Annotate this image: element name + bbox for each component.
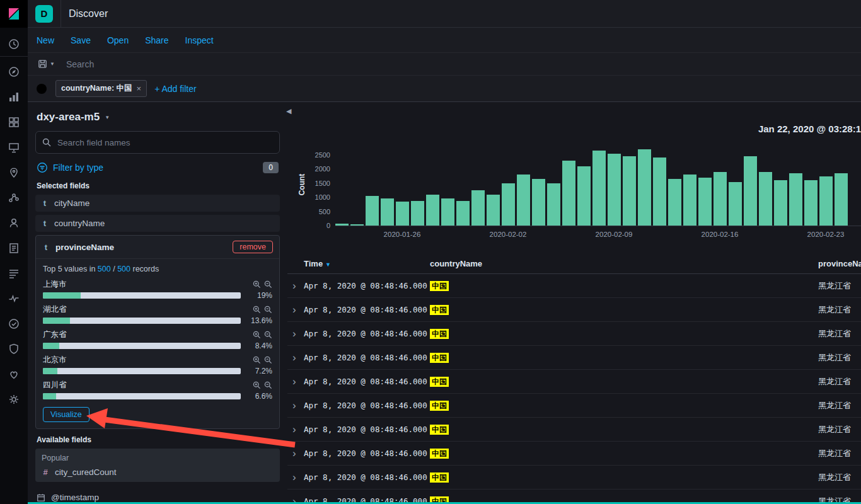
maps-icon[interactable] (0, 160, 28, 185)
histogram-bar[interactable] (819, 176, 833, 226)
histogram-bar[interactable] (835, 173, 848, 226)
histogram-bar[interactable] (668, 179, 681, 226)
logs-icon[interactable] (0, 261, 28, 286)
table-row[interactable]: › Apr 8, 2020 @ 08:48:46.000 中国 黑龙江省 (287, 346, 861, 370)
histogram-bar[interactable] (759, 172, 772, 226)
histogram-bar[interactable] (608, 154, 621, 226)
open-button[interactable]: Open (107, 35, 129, 45)
histogram-bar[interactable] (441, 198, 454, 226)
table-row[interactable]: › Apr 8, 2020 @ 08:48:46.000 中国 黑龙江省 (287, 274, 861, 298)
histogram-bar[interactable] (638, 149, 651, 226)
filter-options-icon[interactable] (35, 83, 48, 95)
histogram-bar[interactable] (804, 180, 818, 226)
observability-icon[interactable] (0, 236, 28, 261)
histogram-bar[interactable] (426, 195, 439, 226)
histogram-bar[interactable] (411, 201, 424, 226)
expand-row-icon[interactable]: › (287, 376, 304, 387)
table-row[interactable]: › Apr 8, 2020 @ 08:48:46.000 中国 黑龙江省 (287, 298, 861, 322)
field-item-city-curedcount[interactable]: # city_curedCount (42, 467, 274, 477)
expand-row-icon[interactable]: › (287, 280, 304, 291)
histogram-bar[interactable] (577, 166, 591, 226)
field-search-input[interactable] (35, 131, 280, 154)
records-link[interactable]: 500 (98, 265, 111, 273)
histogram-bar[interactable] (456, 201, 470, 226)
histogram-bar[interactable] (547, 183, 560, 226)
space-badge[interactable]: D (35, 5, 53, 23)
magnify-plus-icon[interactable] (253, 306, 261, 314)
field-item-cityname[interactable]: t cityName (35, 195, 280, 212)
histogram-bar[interactable] (396, 202, 409, 226)
histogram-bar[interactable] (487, 195, 500, 226)
machine-learning-icon[interactable] (0, 185, 28, 210)
column-countryname[interactable]: countryName (430, 259, 818, 268)
column-provincename[interactable]: provinceName (818, 259, 861, 268)
records-link[interactable]: 500 (117, 265, 130, 273)
saved-query-button[interactable]: ▼ (34, 59, 59, 69)
field-item-countryname[interactable]: t countryName (35, 215, 280, 232)
histogram-bar[interactable] (683, 175, 696, 226)
visualize-icon[interactable] (0, 84, 28, 110)
save-button[interactable]: Save (71, 35, 91, 45)
magnify-minus-icon[interactable] (264, 280, 272, 289)
graph-icon[interactable] (0, 210, 28, 236)
magnify-plus-icon[interactable] (253, 381, 261, 389)
magnify-minus-icon[interactable] (264, 306, 272, 314)
siem-icon[interactable] (0, 336, 28, 362)
canvas-icon[interactable] (0, 135, 28, 160)
inspect-button[interactable]: Inspect (185, 35, 214, 45)
histogram-bar[interactable] (789, 173, 802, 226)
stack-management-icon[interactable] (0, 387, 28, 412)
kibana-logo[interactable] (0, 0, 28, 28)
share-button[interactable]: Share (145, 35, 168, 45)
sort-desc-icon[interactable]: ▼ (325, 261, 331, 268)
table-row[interactable]: › Apr 8, 2020 @ 08:48:46.000 中国 黑龙江省 (287, 442, 861, 466)
magnify-minus-icon[interactable] (264, 331, 272, 339)
histogram-bar[interactable] (517, 175, 530, 226)
table-row[interactable]: › Apr 8, 2020 @ 08:48:46.000 中国 黑龙江省 (287, 322, 861, 346)
index-pattern-selector[interactable]: dxy-area-m5 ▼ (37, 111, 279, 123)
histogram-bar[interactable] (714, 172, 727, 226)
visualize-button[interactable]: Visualize (43, 407, 90, 422)
expand-row-icon[interactable]: › (287, 424, 304, 435)
magnify-minus-icon[interactable] (264, 381, 272, 389)
histogram-bar[interactable] (350, 224, 364, 226)
histogram-bar[interactable] (653, 158, 666, 226)
table-row[interactable]: › Apr 8, 2020 @ 08:48:46.000 中国 黑龙江省 (287, 394, 861, 418)
table-row[interactable]: › Apr 8, 2020 @ 08:48:46.000 中国 黑龙江省 (287, 418, 861, 442)
table-row[interactable]: › Apr 8, 2020 @ 08:48:46.000 中国 黑龙江省 (287, 370, 861, 394)
expand-row-icon[interactable]: › (287, 448, 304, 459)
dashboard-icon[interactable] (0, 110, 28, 135)
new-button[interactable]: New (37, 35, 54, 45)
search-input[interactable] (65, 59, 855, 70)
histogram-bar[interactable] (562, 161, 575, 226)
expand-row-icon[interactable]: › (287, 328, 304, 339)
table-row[interactable]: › Apr 8, 2020 @ 08:48:46.000 中国 黑龙江省 (287, 466, 861, 490)
histogram-bar[interactable] (623, 156, 636, 226)
filter-pill-close-icon[interactable]: × (137, 84, 142, 93)
magnify-plus-icon[interactable] (253, 280, 261, 289)
histogram-bar[interactable] (729, 182, 742, 226)
magnify-plus-icon[interactable] (253, 356, 261, 364)
filter-by-type[interactable]: Filter by type 0 (37, 162, 279, 173)
recently-viewed-icon[interactable] (0, 32, 28, 57)
histogram-bar[interactable] (592, 151, 606, 226)
histogram-bar[interactable] (698, 178, 712, 226)
histogram-bar[interactable] (774, 180, 787, 226)
filter-pill-countryname[interactable]: countryName: 中国 × (55, 80, 147, 97)
histogram-bar[interactable] (381, 198, 394, 226)
magnify-minus-icon[interactable] (264, 356, 272, 364)
expand-row-icon[interactable]: › (287, 400, 304, 411)
histogram-bar[interactable] (502, 183, 515, 226)
histogram-bar[interactable] (471, 190, 485, 226)
add-filter-button[interactable]: + Add filter (154, 84, 197, 94)
uptime-icon[interactable] (0, 311, 28, 336)
histogram-bar[interactable] (335, 224, 349, 226)
expand-row-icon[interactable]: › (287, 352, 304, 363)
expand-row-icon[interactable]: › (287, 304, 304, 315)
histogram-bar[interactable] (744, 156, 757, 226)
column-time[interactable]: Time▼ (304, 259, 430, 268)
magnify-plus-icon[interactable] (253, 331, 261, 339)
discover-icon[interactable] (0, 59, 28, 84)
collapse-panel-icon[interactable]: ◀ (286, 107, 291, 115)
expand-row-icon[interactable]: › (287, 472, 304, 483)
